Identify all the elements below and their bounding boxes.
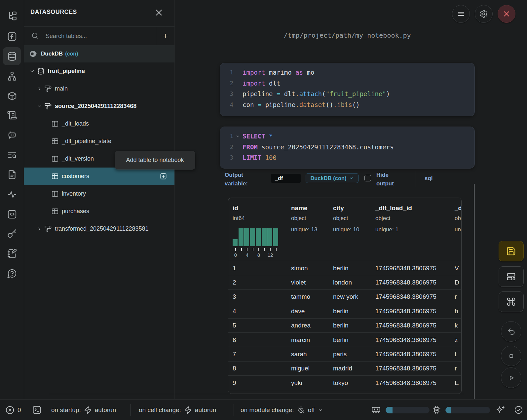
schema-icon — [44, 85, 52, 93]
error-counter[interactable]: 0 — [5, 400, 21, 420]
ai-features-button[interactable] — [496, 400, 506, 420]
shutdown-button[interactable] — [498, 5, 515, 23]
sidebar-item-scratchpad[interactable] — [3, 146, 21, 164]
on-cell-change-value: autorun — [195, 406, 216, 414]
sparkles-icon — [496, 405, 506, 415]
close-panel-button[interactable] — [155, 8, 163, 17]
connection-status[interactable] — [514, 400, 523, 420]
bot-chat-icon — [7, 130, 17, 140]
sidebar-item-snippets[interactable] — [3, 205, 21, 223]
table-row[interactable] — [228, 390, 462, 394]
sidebar-item-ai-assistant[interactable] — [3, 126, 21, 144]
undo-button[interactable] — [501, 321, 521, 342]
tree-item-schema-source[interactable]: source_202504291112283468 — [24, 97, 174, 115]
sidebar-item-documentation[interactable] — [3, 166, 21, 183]
help-bubble-icon — [7, 268, 17, 279]
table-row[interactable]: 1simonberlin1745968348.3806975V — [228, 261, 462, 275]
tree-item-label: purchases — [62, 208, 89, 215]
lightning-icon — [84, 406, 92, 414]
sidebar-item-functions[interactable] — [3, 27, 21, 45]
code-line: import marimo as mo — [243, 69, 314, 76]
on-cell-change-setting[interactable]: on cell change: autorun — [139, 400, 216, 420]
tree-item-database[interactable]: fruit_pipeline — [24, 62, 174, 80]
layout-toggle-button[interactable] — [499, 266, 524, 287]
sidebar-item-packages[interactable] — [3, 87, 21, 105]
key-icon — [7, 229, 17, 239]
chevron-right-icon — [37, 86, 42, 92]
output-variable-label: Output variable: — [225, 171, 258, 188]
tree-item-table-inventory[interactable]: inventory — [24, 185, 174, 203]
hide-output-checkbox[interactable] — [364, 175, 371, 181]
scroll-icon — [7, 110, 17, 120]
sidebar-item-secrets[interactable] — [3, 225, 21, 243]
hamburger-menu-icon — [457, 10, 465, 18]
on-module-change-setting[interactable]: on module change: off — [241, 400, 323, 420]
hide-output-label: Hide output — [376, 171, 403, 188]
engine-connection: (con) — [65, 51, 78, 57]
table-row[interactable]: 6marcinberlin1745968348.3806975z — [228, 332, 462, 347]
divider — [49, 394, 464, 394]
activity-bar — [0, 0, 24, 399]
on-cell-change-label: on cell change: — [139, 406, 181, 414]
table-row[interactable]: 7sarahparis1745968348.3806975t — [228, 347, 462, 361]
sidebar-item-datasources[interactable] — [3, 47, 21, 65]
chevron-down-icon — [349, 176, 354, 181]
terminal-button[interactable] — [32, 400, 42, 420]
engine-select[interactable]: DuckDB (con) — [306, 173, 358, 183]
close-icon — [502, 10, 511, 18]
save-button[interactable] — [499, 241, 524, 261]
id-histogram — [233, 228, 279, 246]
search-input[interactable] — [45, 30, 152, 42]
tree-item-schema-main[interactable]: main — [24, 80, 174, 97]
tree-item-table-purchases[interactable]: purchases — [24, 203, 174, 220]
table-row[interactable]: 5andreaberlin1745968348.3806975k — [228, 318, 462, 333]
code-line: LIMIT 100 — [243, 154, 277, 161]
code-cell-python[interactable]: 1import marimo as mo 2import dlt 3pipeli… — [220, 63, 475, 116]
datasources-header: DATASOURCES — [24, 0, 174, 27]
memory-icon — [371, 405, 381, 415]
notebook-scrollbar[interactable] — [474, 184, 475, 399]
histogram-ticks — [233, 248, 279, 251]
fold-chevron-icon[interactable] — [236, 134, 240, 138]
line-number: 2 — [220, 80, 233, 87]
code-line: con = pipeline.dataset().ibis() — [243, 101, 360, 108]
hierarchy-icon — [7, 71, 17, 81]
on-startup-value: autorun — [95, 406, 116, 414]
sidebar-item-file-tree[interactable] — [3, 7, 21, 25]
sidebar-item-notebook[interactable] — [3, 245, 21, 262]
sidebar-item-help[interactable] — [3, 264, 21, 282]
engine-name: DuckDB — [41, 51, 63, 57]
run-button[interactable] — [501, 367, 521, 388]
sidebar-item-logs[interactable] — [3, 106, 21, 124]
table-row[interactable]: 8miguelmadrid1745968348.3806975r — [228, 361, 462, 376]
sidebar-item-dependencies[interactable] — [3, 67, 21, 85]
code-cell-sql[interactable]: 1SELECT * 2FROM source_20250429111228346… — [220, 127, 475, 169]
chevron-down-icon — [37, 103, 42, 109]
settings-button[interactable] — [475, 5, 493, 23]
menu-button[interactable] — [452, 5, 470, 23]
add-datasource-button[interactable]: + — [156, 26, 174, 45]
ram-meter — [386, 407, 430, 413]
search-row: + — [24, 26, 174, 46]
table-icon — [51, 190, 59, 198]
package-icon — [7, 91, 17, 101]
command-palette-button[interactable] — [499, 291, 524, 312]
table-row[interactable]: 4daveberlin1745968348.3806975h — [228, 304, 462, 318]
stop-button[interactable] — [501, 346, 521, 366]
engine-row-duckdb[interactable]: DuckDB (con) — [24, 45, 174, 62]
result-table[interactable]: id int64 0 4 8 12 name object unique: 13… — [228, 198, 462, 394]
schema-icon — [44, 225, 52, 233]
on-startup-setting[interactable]: on startup: autorun — [51, 400, 116, 420]
table-row[interactable]: 9yukitokyo1745968348.3806975E — [228, 375, 462, 390]
output-variable-input[interactable]: _df — [271, 174, 301, 183]
search-icon — [31, 32, 39, 40]
tree-item-table-dlt-pipeline-state[interactable]: _dlt_pipeline_state — [24, 133, 174, 150]
table-row[interactable]: 3tammonew york1745968348.3806975r — [228, 289, 462, 304]
notebook-pen-icon — [7, 248, 17, 259]
tree-item-table-customers[interactable]: customers — [24, 168, 174, 185]
table-row[interactable]: 2violetlondon1745968348.3806975D — [228, 275, 462, 289]
tree-item-table-dlt-loads[interactable]: _dlt_loads — [24, 115, 174, 133]
sidebar-item-tracing[interactable] — [3, 185, 21, 203]
add-table-to-notebook-icon[interactable] — [160, 172, 167, 180]
tree-item-schema-transformed[interactable]: transformed_202504291112283581 — [24, 220, 174, 238]
